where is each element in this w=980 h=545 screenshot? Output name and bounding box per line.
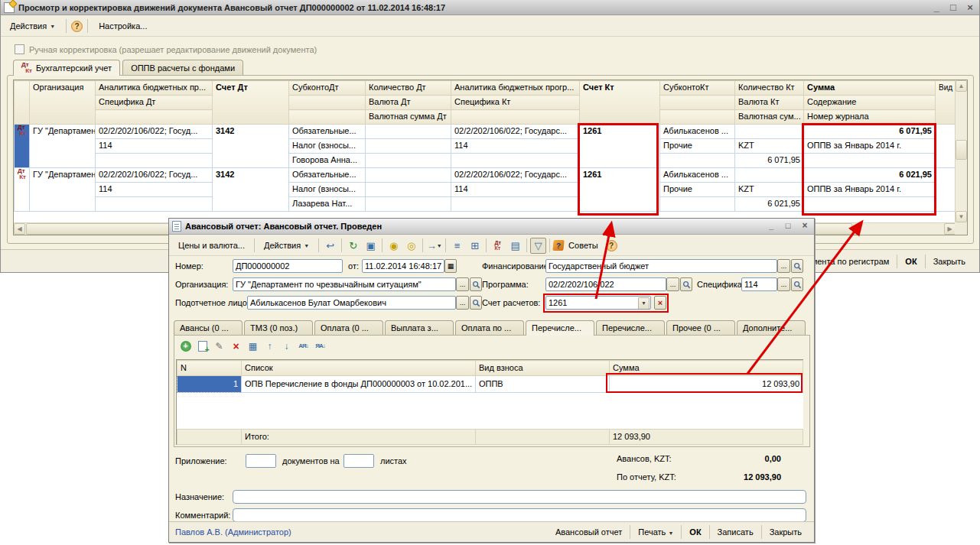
minimize-icon[interactable]: _ <box>930 1 943 13</box>
help-icon[interactable]: ? <box>606 240 617 251</box>
clear-icon[interactable]: × <box>654 296 666 310</box>
cell-summa: 6 021,95 <box>804 168 936 183</box>
accountable-person-field[interactable]: Абилькасенов Булат Омарбекович <box>247 296 456 310</box>
tab-payment-by[interactable]: Оплата по ... <box>455 320 524 336</box>
attachment-sheets-field[interactable] <box>343 454 374 468</box>
edit-row-icon[interactable]: ✎ <box>213 339 226 352</box>
report-icon[interactable]: ▤ <box>507 238 523 254</box>
move-down-icon[interactable]: ↓ <box>280 339 293 352</box>
header-summa: Сумма <box>804 81 936 96</box>
add-row-icon[interactable]: + <box>179 339 192 352</box>
actions-button[interactable]: Действия ▼ <box>4 19 61 33</box>
tab-additional[interactable]: Дополните... <box>737 320 806 336</box>
vscroll-thumb[interactable] <box>956 140 967 160</box>
magnifier-icon[interactable] <box>470 277 482 291</box>
magnifier-icon[interactable] <box>791 259 803 273</box>
number-field[interactable]: ДП000000002 <box>233 259 343 273</box>
filter-icon[interactable]: ▽ <box>530 238 546 254</box>
tips-button[interactable]: Советы <box>565 238 604 252</box>
date-field[interactable]: 11.02.2014 16:48:17 <box>362 259 444 273</box>
manual-correction-checkbox[interactable] <box>15 44 24 54</box>
table-row[interactable]: ДтКт ГУ "Департамент по ... 02/2/202/106… <box>15 125 956 139</box>
ellipsis-button[interactable]: ... <box>456 296 469 310</box>
print-button[interactable]: Печать ▼ <box>632 526 679 538</box>
tab-accounting[interactable]: ДтКт Бухгалтерский учет <box>13 60 120 76</box>
specifics-field[interactable]: 114 <box>741 277 777 291</box>
table-row[interactable]: 114 Налог (взносы... 114 Прочие KZT ОППВ… <box>15 139 956 154</box>
table-row[interactable]: 1 ОПВ Перечисление в фонды ДП000000003 о… <box>177 376 803 393</box>
settings-button[interactable]: Настройка... <box>93 19 153 33</box>
doc-type-button[interactable]: Авансовый отчет <box>549 526 628 538</box>
close-icon[interactable]: × <box>799 219 811 232</box>
add-copy-icon[interactable]: + <box>196 339 209 352</box>
save-button[interactable]: Записать <box>711 526 760 538</box>
ellipsis-button[interactable]: ... <box>456 277 469 291</box>
post-document-icon[interactable]: ◉ <box>386 238 402 254</box>
financing-field[interactable]: Государственный бюджет <box>545 259 777 273</box>
refresh-icon[interactable]: ↻ <box>345 238 361 254</box>
actions-button[interactable]: Действия ▼ <box>258 238 315 252</box>
comment-field[interactable] <box>233 508 806 522</box>
prices-currency-button[interactable]: Цены и валюта... <box>172 238 251 252</box>
tab-tmz[interactable]: ТМЗ (0 поз.) <box>244 320 313 336</box>
transfer-table[interactable]: N Список Вид взноса Сумма 1 ОПВ Перечисл… <box>177 360 803 445</box>
magnifier-icon[interactable] <box>470 296 482 310</box>
grid-settings-icon[interactable]: ▦ <box>246 339 259 352</box>
scroll-down-icon[interactable]: ▼ <box>956 211 967 222</box>
scroll-right-icon[interactable]: ▶ <box>944 223 956 235</box>
tab-advances[interactable]: Авансы (0 ... <box>174 320 243 336</box>
purpose-field[interactable] <box>233 490 806 504</box>
goto-icon[interactable]: →▼ <box>426 238 442 254</box>
settings-list-icon[interactable]: ⊞ <box>467 238 483 254</box>
table-row[interactable]: ДтКт ГУ "Департамент по ... 02/2/202/106… <box>15 168 956 183</box>
ellipsis-button[interactable]: ... <box>777 259 790 273</box>
sort-descending-icon[interactable]: ЯА↓ <box>314 339 327 352</box>
ellipsis-button[interactable]: ... <box>777 277 790 291</box>
organization-field[interactable]: ГУ "Департамент по чрезвычайным ситуация… <box>233 277 456 291</box>
unpost-document-icon[interactable]: ◎ <box>403 238 419 254</box>
copy-document-icon[interactable]: ▣ <box>363 238 379 254</box>
ok-button[interactable]: ОК <box>683 526 707 538</box>
table-row[interactable]: Говорова Анна... 6 071,95 <box>15 154 956 168</box>
maximize-icon[interactable]: □ <box>947 1 959 13</box>
posting-icon-cell: ДтКт <box>15 168 30 212</box>
tips-icon[interactable]: ? <box>552 240 564 251</box>
document-movements-icon <box>4 2 15 13</box>
tab-payment[interactable]: Оплата (0 ... <box>314 320 383 336</box>
program-field[interactable]: 02/2/202/106/022 <box>545 277 666 291</box>
delete-row-icon[interactable]: × <box>230 339 243 352</box>
user-link[interactable]: Павлов А.В. (Администратор) <box>175 527 291 537</box>
scroll-up-icon[interactable]: ▲ <box>956 80 967 92</box>
sort-ascending-icon[interactable]: АЯ↓ <box>297 339 310 352</box>
tab-transfer-2[interactable]: Перечисле... <box>596 320 665 336</box>
ok-button[interactable]: ОК <box>899 255 923 268</box>
move-up-icon[interactable]: ↑ <box>263 339 276 352</box>
help-icon[interactable]: ? <box>71 21 83 32</box>
close-icon[interactable]: × <box>964 1 976 13</box>
tab-other[interactable]: Прочее (0 ... <box>666 320 735 336</box>
tab-transfer-funds[interactable]: Перечисле... <box>526 320 594 336</box>
structure-icon[interactable]: ≡ <box>449 238 465 254</box>
movements-grid[interactable]: Организация Аналитика бюджетных пр... Сч… <box>14 80 956 212</box>
magnifier-icon[interactable] <box>680 277 692 291</box>
table-row[interactable]: Лазарева Нат... 6 021,95 <box>15 197 956 212</box>
table-row[interactable]: 114 Налог (взносы... 114 Прочие KZT ОППВ… <box>15 183 956 197</box>
settlement-account-combo[interactable]: 1261 ▼ <box>545 296 651 310</box>
dtkt-postings-icon[interactable]: ДтКт <box>490 238 506 254</box>
close-button[interactable]: Закрыть <box>763 526 808 538</box>
tab-oppv-funds[interactable]: ОППВ расчеты с фондами <box>122 60 243 75</box>
ellipsis-button[interactable]: ... <box>666 277 679 291</box>
reread-icon[interactable]: ↩ <box>322 238 338 254</box>
minimize-icon[interactable]: _ <box>765 219 777 232</box>
maximize-icon[interactable]: □ <box>782 219 794 232</box>
chevron-down-icon[interactable]: ▼ <box>638 297 650 310</box>
vertical-scrollbar[interactable]: ▲ ▼ <box>955 80 967 222</box>
scroll-left-icon[interactable]: ◀ <box>14 223 25 235</box>
tab-payout[interactable]: Выплата з... <box>385 320 454 336</box>
magnifier-icon[interactable] <box>791 277 803 291</box>
calendar-icon[interactable]: ▦ <box>444 259 457 273</box>
dtkt-icon: ДтКт <box>18 125 26 137</box>
attachment-docs-field[interactable] <box>246 454 276 468</box>
settlement-account-label: Счет расчетов: <box>482 296 540 310</box>
close-button[interactable]: Закрыть <box>927 255 972 268</box>
